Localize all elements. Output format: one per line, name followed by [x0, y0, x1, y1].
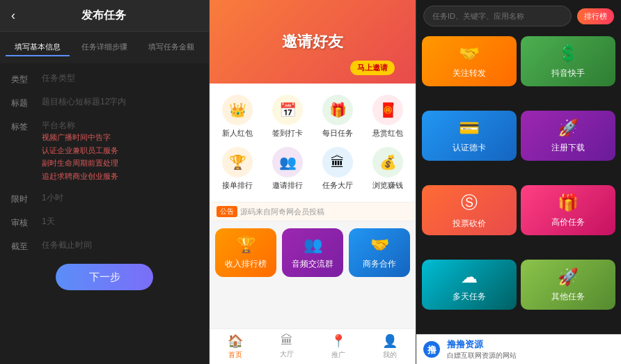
bottom-btn-label-1: 音频交流群	[292, 258, 333, 270]
watermark: 撸 撸撸资源 白嫖互联网资源的网站	[416, 334, 621, 364]
banner: 邀请好友 马上邀请	[210, 0, 416, 84]
icon-item-7[interactable]: 💰 浏览赚钱	[363, 143, 413, 195]
nav-bar: 🏠 首页 🏛 大厅 📍 推广 👤 我的	[210, 329, 416, 364]
icon-label-6: 任务大厅	[322, 180, 353, 191]
watermark-title: 撸撸资源	[447, 338, 517, 351]
icon-item-6[interactable]: 🏛 任务大厅	[313, 143, 363, 195]
app-card-5[interactable]: 🎁 高价任务	[521, 185, 615, 235]
bottom-btn-label-0: 收入排行榜	[225, 258, 267, 270]
svg-text:撸: 撸	[427, 345, 437, 355]
tag-list: 视频广播时间中告字 认证企业兼职员工服务 副时生命周期前置处理 追赶求聘商业创业…	[42, 132, 198, 182]
mine-icon: 👤	[382, 333, 398, 349]
app-grid: 🤝 关注转发 💲 抖音快手 💳 认证德卡 🚀 注册下载 Ⓢ 投票砍价 🎁 高价任…	[416, 32, 621, 334]
nav-label-home: 首页	[228, 350, 242, 360]
app-icon-2: 💳	[459, 118, 480, 138]
time-value: 1小时	[42, 191, 198, 204]
icon-circle-3: 🧧	[372, 95, 403, 125]
notice-tag: 公告	[217, 206, 237, 217]
back-button[interactable]: ‹	[11, 8, 15, 23]
left-panel: ‹ 发布任务 填写基本信息 任务详细步骤 填写任务金额 类型 任务类型 标题 题…	[0, 0, 209, 364]
app-icon-1: 💲	[558, 44, 579, 63]
bottom-btn-icon-2: 🤝	[370, 236, 389, 254]
app-icon-5: 🎁	[558, 193, 579, 212]
app-card-4[interactable]: Ⓢ 投票砍价	[422, 185, 517, 235]
app-card-0[interactable]: 🤝 关注转发	[422, 36, 517, 86]
form-row-deadline: 截至 任务截止时间	[11, 239, 198, 253]
icon-item-4[interactable]: 🏆 接单排行	[212, 143, 262, 195]
bottom-btn-icon-0: 🏆	[237, 236, 256, 254]
app-card-7[interactable]: 🚀 其他任务	[521, 260, 615, 310]
app-card-3[interactable]: 🚀 注册下载	[521, 111, 615, 161]
title-value: 题目核心短标题12字内	[42, 95, 198, 108]
nav-label-mine: 我的	[383, 350, 397, 360]
tag-item-2: 副时生命周期前置处理	[42, 157, 198, 169]
app-label-5: 高价任务	[551, 216, 585, 228]
tag-label: 标签	[11, 119, 36, 133]
icon-label-4: 接单排行	[222, 180, 253, 191]
review-label: 审核	[11, 215, 36, 229]
bottom-btn-0[interactable]: 🏆 收入排行榜	[215, 228, 276, 277]
nav-item-hall[interactable]: 🏛 大厅	[261, 333, 313, 360]
icon-circle-2: 🎁	[322, 95, 353, 125]
step-tab-1[interactable]: 填写基本信息	[6, 39, 70, 56]
bottom-btn-2[interactable]: 🤝 商务合作	[349, 228, 410, 277]
step-tabs: 填写基本信息 任务详细步骤 填写任务金额	[0, 32, 209, 63]
type-value: 任务类型	[42, 72, 198, 84]
app-icon-4: Ⓢ	[461, 191, 478, 214]
nav-item-mine[interactable]: 👤 我的	[364, 333, 416, 360]
nav-item-home[interactable]: 🏠 首页	[210, 333, 261, 360]
app-label-4: 投票砍价	[453, 218, 486, 230]
watermark-text-area: 撸撸资源 白嫖互联网资源的网站	[447, 338, 517, 361]
banner-sub[interactable]: 马上邀请	[350, 61, 395, 75]
icon-item-5[interactable]: 👥 邀请排行	[262, 143, 313, 195]
icon-label-1: 签到打卡	[272, 128, 303, 139]
form-row-time: 限时 1小时	[11, 191, 198, 205]
nav-item-promote[interactable]: 📍 推广	[313, 333, 364, 360]
icon-label-7: 浏览赚钱	[372, 180, 403, 191]
icon-label-5: 邀请排行	[272, 180, 303, 191]
bottom-btn-icon-1: 👥	[304, 236, 322, 254]
bottom-buttons: 🏆 收入排行榜 👥 音频交流群 🤝 商务合作	[210, 221, 416, 284]
right-panel: 排行榜 🤝 关注转发 💲 抖音快手 💳 认证德卡 🚀 注册下载 Ⓢ 投票砍价 🎁…	[416, 0, 621, 364]
type-label: 类型	[11, 72, 36, 86]
search-input[interactable]	[423, 6, 572, 26]
deadline-label: 截至	[11, 239, 36, 253]
tag-item-1: 认证企业兼职员工服务	[42, 145, 198, 157]
right-header: 排行榜	[416, 0, 621, 32]
deadline-value: 任务截止时间	[42, 239, 198, 251]
app-icon-3: 🚀	[558, 118, 579, 138]
ranking-badge[interactable]: 排行榜	[577, 8, 614, 24]
title-label: 标题	[11, 95, 36, 109]
promote-icon: 📍	[331, 333, 346, 349]
icon-circle-7: 💰	[372, 147, 403, 177]
icon-circle-4: 🏆	[222, 147, 253, 177]
icon-item-1[interactable]: 📅 签到打卡	[262, 90, 313, 143]
icon-item-0[interactable]: 👑 新人红包	[212, 90, 262, 143]
tag-value: 平台名称 视频广播时间中告字 认证企业兼职员工服务 副时生命周期前置处理 追赶求…	[42, 119, 198, 182]
next-button[interactable]: 下一步	[56, 264, 153, 290]
icon-item-2[interactable]: 🎁 每日任务	[313, 90, 363, 143]
app-card-2[interactable]: 💳 认证德卡	[422, 111, 517, 161]
banner-text: 邀请好友	[282, 31, 343, 52]
step-tab-3[interactable]: 填写任务金额	[139, 39, 203, 56]
bottom-btn-1[interactable]: 👥 音频交流群	[282, 228, 343, 277]
app-label-7: 其他任务	[551, 291, 585, 303]
icon-label-3: 悬赏红包	[372, 128, 403, 139]
app-icon-0: 🤝	[459, 44, 480, 63]
tag-item-3: 追赶求聘商业创业服务	[42, 171, 198, 182]
nav-label-hall: 大厅	[280, 349, 294, 359]
icon-item-3[interactable]: 🧧 悬赏红包	[363, 90, 413, 143]
form-area: 类型 任务类型 标题 题目核心短标题12字内 标签 平台名称 视频广播时间中告字…	[0, 63, 209, 364]
app-card-1[interactable]: 💲 抖音快手	[521, 36, 615, 86]
app-card-6[interactable]: ☁ 多天任务	[422, 260, 517, 310]
tag-item-0: 视频广播时间中告字	[42, 132, 198, 143]
home-icon: 🏠	[228, 333, 243, 349]
review-value: 1天	[42, 215, 198, 228]
app-icon-6: ☁	[461, 267, 478, 287]
watermark-logo-area: 撸	[422, 340, 441, 359]
app-label-2: 认证德卡	[453, 142, 486, 154]
nav-label-promote: 推广	[331, 350, 345, 360]
step-tab-2[interactable]: 任务详细步骤	[72, 39, 136, 56]
app-label-6: 多天任务	[453, 291, 486, 303]
middle-panel: 邀请好友 马上邀请 👑 新人红包 📅 签到打卡 🎁 每日任务 🧧 悬赏红包 🏆 …	[209, 0, 416, 364]
